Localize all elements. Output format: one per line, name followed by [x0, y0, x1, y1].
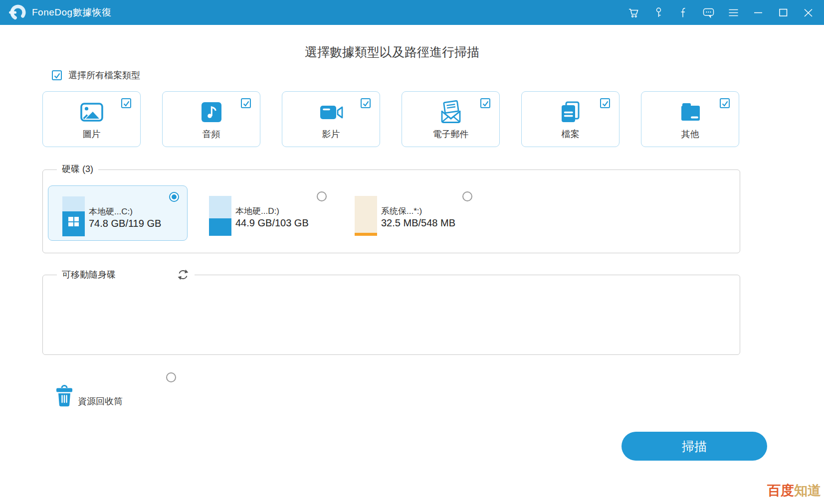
other-label: 其他: [641, 128, 739, 140]
removable-drive-section: 可移動隨身碟: [42, 275, 740, 355]
close-icon[interactable]: [802, 6, 815, 19]
hard-disk-section: 硬碟 (3) 本地硬...C:) 74.8 GB/119 GB 本地硬: [42, 169, 740, 253]
refresh-icon[interactable]: [177, 268, 190, 281]
document-icon: [522, 100, 619, 124]
video-icon: [282, 100, 380, 124]
maximize-icon[interactable]: [777, 6, 790, 19]
email-icon: [402, 100, 499, 124]
recycle-bin-radio[interactable]: [166, 372, 176, 382]
chat-icon[interactable]: [702, 6, 715, 19]
email-label: 電子郵件: [402, 128, 499, 140]
drive-system-item[interactable]: 系统保...*:) 32.5 MB/548 MB: [341, 185, 480, 241]
page-title: 選擇數據類型以及路徑進行掃描: [0, 44, 784, 60]
drive-c-radio[interactable]: [169, 192, 179, 202]
recycle-bin-label[interactable]: 資源回收筒: [78, 395, 123, 407]
scan-button[interactable]: 掃描: [621, 432, 767, 461]
watermark-part1: 百度: [767, 483, 794, 498]
app-window: FoneDog數據恢復: [0, 0, 824, 504]
select-all-checkbox[interactable]: [52, 70, 62, 80]
trash-icon: [55, 384, 74, 410]
hard-disk-legend-label: 硬碟 (3): [62, 163, 93, 175]
watermark: 百度知道: [767, 482, 821, 500]
image-icon: [43, 100, 140, 124]
watermark-part2: 知道: [794, 483, 821, 498]
file-type-card-documents[interactable]: 檔案: [521, 91, 619, 147]
file-type-card-video[interactable]: 影片: [282, 91, 380, 147]
app-title: FoneDog數據恢復: [32, 0, 112, 25]
select-all-label: 選擇所有檔案類型: [68, 69, 140, 81]
file-type-card-email[interactable]: 電子郵件: [402, 91, 500, 147]
file-type-card-images[interactable]: 圖片: [42, 91, 141, 147]
drive-d-icon: [209, 196, 231, 236]
file-type-card-other[interactable]: 其他: [641, 91, 739, 147]
removable-drive-legend-label: 可移動隨身碟: [62, 269, 116, 281]
drive-system-size: 32.5 MB/548 MB: [381, 217, 455, 229]
windows-logo-icon: [68, 217, 79, 226]
drive-d-size: 44.9 GB/103 GB: [235, 217, 309, 229]
video-label: 影片: [282, 128, 380, 140]
drive-c-name: 本地硬...C:): [89, 206, 133, 217]
drive-d-item[interactable]: 本地硬...D:) 44.9 GB/103 GB: [195, 185, 335, 241]
select-all-file-types[interactable]: 選擇所有檔案類型: [52, 69, 140, 81]
drive-system-name: 系统保...*:): [381, 205, 422, 217]
removable-drive-legend: 可移動隨身碟: [57, 268, 195, 281]
audio-label: 音頻: [163, 128, 260, 140]
drive-system-icon: [355, 196, 377, 236]
drive-c-size: 74.8 GB/119 GB: [89, 218, 161, 229]
drive-d-name: 本地硬...D:): [235, 205, 279, 217]
documents-label: 檔案: [522, 128, 619, 140]
folder-icon: [641, 100, 739, 124]
drive-c-item[interactable]: 本地硬...C:) 74.8 GB/119 GB: [48, 185, 188, 241]
drive-d-radio[interactable]: [317, 191, 327, 201]
minimize-icon[interactable]: [752, 6, 765, 19]
images-label: 圖片: [43, 128, 140, 140]
cart-icon[interactable]: [627, 6, 640, 19]
fonedog-logo-icon: [7, 2, 27, 22]
drive-c-icon: [62, 196, 85, 236]
audio-icon: [163, 100, 260, 124]
titlebar: FoneDog數據恢復: [0, 0, 824, 25]
drive-system-radio[interactable]: [462, 191, 472, 201]
key-icon[interactable]: [652, 6, 665, 19]
file-type-card-audio[interactable]: 音頻: [162, 91, 260, 147]
titlebar-buttons: [627, 0, 815, 25]
facebook-icon[interactable]: [677, 6, 690, 19]
hard-disk-legend: 硬碟 (3): [57, 163, 98, 175]
menu-icon[interactable]: [727, 6, 740, 19]
